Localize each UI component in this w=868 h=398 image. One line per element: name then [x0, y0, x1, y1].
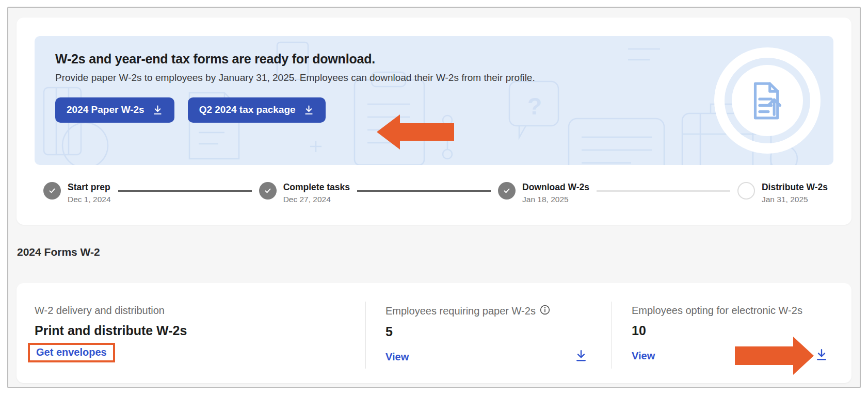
- step-date: Jan 18, 2025: [522, 195, 589, 204]
- electronic-w2s-column: Employees opting for electronic W-2s 10 …: [612, 283, 851, 383]
- delivery-column: W-2 delivery and distribution Print and …: [17, 283, 365, 383]
- w2-progress-timeline: Start prep Dec 1, 2024 Complete tasks De…: [17, 182, 851, 204]
- electronic-w2s-download-icon[interactable]: [815, 348, 828, 363]
- check-circle-icon: [498, 182, 516, 200]
- download-icon: [152, 105, 163, 115]
- step-label: Distribute W-2s: [762, 182, 828, 192]
- electronic-w2s-count: 10: [632, 323, 828, 338]
- step-date: Jan 31, 2025: [762, 195, 828, 204]
- paper-w2s-button-label: 2024 Paper W-2s: [67, 104, 144, 115]
- check-circle-icon: [259, 182, 277, 200]
- paper-w2s-label: Employees requiring paper W-2s: [385, 305, 536, 317]
- timeline-step-complete-tasks: Complete tasks Dec 27, 2024: [259, 182, 350, 204]
- download-icon: [303, 105, 314, 115]
- check-circle-icon: [43, 182, 61, 200]
- paper-w2s-download-button[interactable]: 2024 Paper W-2s: [55, 97, 174, 123]
- banner-button-row: 2024 Paper W-2s Q2 2024 tax package: [55, 97, 833, 123]
- info-icon[interactable]: [540, 305, 550, 318]
- q2-tax-package-button-label: Q2 2024 tax package: [199, 104, 296, 115]
- get-envelopes-link[interactable]: Get envelopes: [36, 346, 107, 358]
- timeline-step-distribute-w2s: Distribute W-2s Jan 31, 2025: [737, 182, 828, 204]
- electronic-w2s-label: Employees opting for electronic W-2s: [632, 305, 802, 317]
- paper-w2s-count: 5: [385, 324, 588, 339]
- step-label: Download W-2s: [522, 182, 589, 192]
- pending-circle-icon: [737, 182, 755, 200]
- step-date: Dec 1, 2024: [68, 195, 111, 204]
- get-envelopes-highlight-box: Get envelopes: [28, 343, 115, 362]
- timeline-connector-complete: [357, 190, 491, 192]
- paper-w2s-column: Employees requiring paper W-2s 5 View: [366, 283, 611, 383]
- delivery-title: Print and distribute W-2s: [35, 323, 365, 338]
- delivery-label: W-2 delivery and distribution: [35, 305, 365, 317]
- w2-ready-banner: ? W-2s and year-end tax forms are ready …: [35, 36, 833, 165]
- step-label: Start prep: [68, 182, 111, 192]
- timeline-step-download-w2s: Download W-2s Jan 18, 2025: [498, 182, 589, 204]
- paper-w2s-download-icon[interactable]: [574, 349, 588, 364]
- timeline-connector-complete: [118, 190, 252, 192]
- timeline-connector-pending: [597, 190, 730, 192]
- step-label: Complete tasks: [283, 182, 350, 192]
- tax-forms-banner-card: ? W-2s and year-end tax forms are ready …: [17, 18, 851, 225]
- banner-title: W-2s and year-end tax forms are ready fo…: [55, 52, 833, 67]
- q2-tax-package-download-button[interactable]: Q2 2024 tax package: [188, 97, 326, 123]
- w2-stats-card: W-2 delivery and distribution Print and …: [17, 283, 851, 383]
- timeline-step-start-prep: Start prep Dec 1, 2024: [43, 182, 111, 204]
- electronic-w2s-view-link[interactable]: View: [632, 350, 655, 362]
- step-date: Dec 27, 2024: [283, 195, 350, 204]
- banner-subtitle: Provide paper W-2s to employees by Janua…: [55, 72, 833, 84]
- app-frame: ? W-2s and year-end tax forms are ready …: [7, 7, 861, 388]
- section-heading-2024-forms-w2: 2024 Forms W-2: [17, 246, 100, 258]
- paper-w2s-view-link[interactable]: View: [385, 351, 409, 363]
